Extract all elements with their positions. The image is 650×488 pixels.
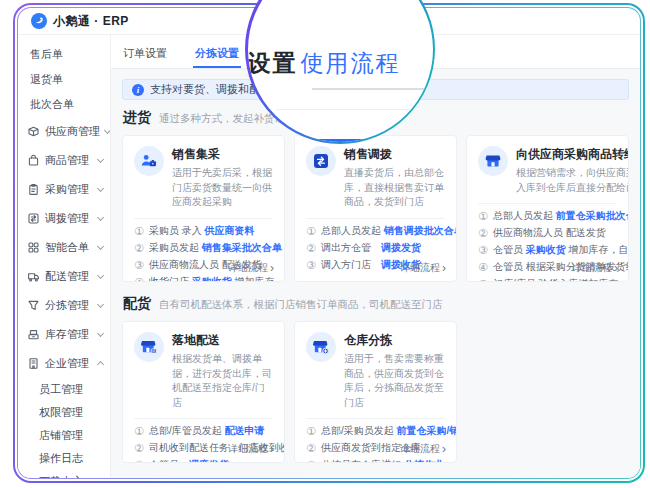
- sidebar-item-退货单[interactable]: 退货单: [18, 67, 110, 92]
- sidebar-subitem-label: 操作日志: [39, 452, 83, 464]
- card-header-text: 落地配送根据发货单、调拨单据，进行发货出库，司机配送至指定仓库/门店: [172, 332, 273, 410]
- step-text: 总部/采购员发起 前置仓采购/销售调拨批次合单: [321, 424, 457, 438]
- step-plain: 供应商物流人员 配送发货: [493, 227, 606, 238]
- sidebar-group-智能合单[interactable]: 智能合单: [18, 233, 110, 262]
- step-plain: 仓管员: [493, 244, 526, 255]
- process-step: ④收货门店 采购收货 增加库存: [134, 275, 273, 283]
- chevron-down-icon: [97, 330, 104, 337]
- supplier-icon: [27, 125, 40, 138]
- tab-订单设置[interactable]: 订单设置: [121, 35, 169, 68]
- card-description: 直播卖货后，由总部仓库，直接根据售卖订单商品，发货到门店: [344, 166, 445, 210]
- magnified-banner-edge: [276, 109, 433, 110]
- step-link[interactable]: 采购收货: [192, 276, 232, 283]
- step-number: ②: [306, 241, 316, 255]
- step-link[interactable]: 调度发货: [189, 459, 229, 463]
- detail-flow-link[interactable]: 详细流程›: [400, 442, 446, 456]
- card-header: 落地配送根据发货单、调拨单据，进行发货出库，司机配送至指定仓库/门店: [134, 332, 273, 410]
- step-plain: 调入方门店: [321, 259, 381, 270]
- sidebar-subitem-label: 员工管理: [39, 383, 83, 395]
- step-link[interactable]: 配送申请: [224, 425, 264, 436]
- step-number: ①: [478, 209, 488, 223]
- sidebar-group-库存管理[interactable]: 库存管理: [18, 320, 110, 349]
- step-link[interactable]: 调拨发货: [381, 242, 421, 253]
- process-card-销售调拨: 销售调拨直播卖货后，由总部仓库，直接根据售卖订单商品，发货到门店①总部人员发起 …: [294, 135, 457, 282]
- step-number: ③: [478, 243, 488, 257]
- card-divider: [134, 418, 273, 419]
- tab-分拣设置[interactable]: 分拣设置: [193, 35, 241, 68]
- people-icon: [134, 146, 164, 176]
- step-plain: 总部人员发起: [493, 210, 556, 221]
- step-plain: 采购员 录入: [149, 225, 205, 236]
- step-text: 收货门店 采购收货 增加库存: [149, 275, 275, 283]
- sidebar-group-label: 调拨管理: [45, 211, 93, 226]
- process-step: ③分拣员在仓库进行 分拣作业: [306, 458, 445, 463]
- process-card-落地配送: 落地配送根据发货单、调拨单据，进行发货出库，司机配送至指定仓库/门店①总部/库管…: [122, 321, 285, 463]
- app-title: 小鹅通 · ERP: [53, 13, 129, 30]
- sidebar-group-采购管理[interactable]: 采购管理: [18, 175, 110, 204]
- step-plain: 总部/库管员发起: [149, 425, 225, 436]
- card-header: 向供应商采购商品转给门店根据营销需求，向供应商采购，入库到仓库后直接分配给门店。: [478, 146, 617, 195]
- step-link[interactable]: 前置仓采购批次合单: [556, 210, 629, 221]
- sidebar-group-label: 商品管理: [45, 153, 93, 168]
- sidebar-group-企业管理[interactable]: 企业管理: [18, 349, 110, 378]
- process-step: ①采购员 录入 供应商资料: [134, 224, 273, 238]
- step-link[interactable]: 前置仓采购/销售调拨批次合单: [396, 425, 457, 436]
- sidebar-group-供应商管理[interactable]: 供应商管理: [18, 117, 110, 146]
- step-number: ②: [134, 441, 144, 455]
- detail-flow-link[interactable]: 详细流程›: [572, 261, 618, 275]
- sidebar-group-分拣管理[interactable]: 分拣管理: [18, 291, 110, 320]
- sidebar-group-商品管理[interactable]: 商品管理: [18, 146, 110, 175]
- warehouse-sort-icon: [306, 332, 336, 362]
- process-step: ②调出方仓管 调拨发货: [306, 241, 445, 255]
- sidebar-item-批次合单[interactable]: 批次合单: [18, 92, 110, 117]
- step-text: 总部人员发起 销售调拨批次合单: [321, 224, 457, 238]
- step-link[interactable]: 采购收货: [526, 244, 566, 255]
- chevron-right-icon: ›: [270, 444, 274, 454]
- detail-flow-link[interactable]: 详细流程›: [400, 261, 446, 275]
- card-description: 适用于先卖后采，根据门店卖货数量统一向供应商发起采购: [172, 166, 273, 210]
- sidebar-subitem-店铺管理[interactable]: 店铺管理: [18, 424, 110, 447]
- detail-flow-link[interactable]: 详细流程›: [228, 261, 274, 275]
- sidebar-subitem-权限管理[interactable]: 权限管理: [18, 401, 110, 424]
- chevron-down-icon: [97, 272, 104, 279]
- step-link[interactable]: 分拣作业: [404, 459, 444, 463]
- chevron-up-icon: [97, 361, 104, 368]
- step-text: 调出方仓管 调拨发货: [321, 241, 421, 255]
- sidebar-group-配送管理[interactable]: 配送管理: [18, 262, 110, 291]
- tab-label: 分拣设置: [195, 46, 239, 61]
- section-subtitle: 自有司机配送体系，根据门店销售订单商品，司机配送至门店: [159, 298, 443, 312]
- card-header-text: 销售集采适用于先卖后采，根据门店卖货数量统一向供应商发起采购: [172, 146, 273, 210]
- step-link[interactable]: 销售集采批次合单: [202, 242, 282, 253]
- step-number: ①: [134, 224, 144, 238]
- magnified-tab-usage-flow: 使用流程: [301, 48, 401, 79]
- step-plain: 增加库存，自动分货: [566, 244, 629, 255]
- step-plain: 调出方仓管: [321, 242, 381, 253]
- sidebar-item-售后单[interactable]: 售后单: [18, 42, 110, 67]
- detail-flow-label: 详细流程: [228, 261, 268, 275]
- transfer-box-icon: [306, 146, 336, 176]
- sidebar-subitem-label: 店铺管理: [39, 429, 83, 441]
- chevron-down-icon: [104, 127, 111, 134]
- chevron-down-icon: [97, 301, 104, 308]
- step-text: 总部/库管员发起 配送申请: [149, 424, 265, 438]
- magnified-tab-text: 设置: [248, 48, 298, 79]
- step-link[interactable]: 供应商资料: [204, 225, 254, 236]
- info-icon: i: [132, 84, 144, 96]
- section-title: 进货: [123, 109, 151, 127]
- step-plain: 总部人员发起: [321, 225, 384, 236]
- chevron-right-icon: ›: [270, 263, 274, 273]
- sidebar-subitem-操作日志[interactable]: 操作日志: [18, 447, 110, 470]
- sidebar-group-调拨管理[interactable]: 调拨管理: [18, 204, 110, 233]
- sidebar-subitem-员工管理[interactable]: 员工管理: [18, 378, 110, 401]
- sidebar-subitem-下载中心[interactable]: 下载中心: [18, 470, 110, 478]
- card-description: 适用于，售卖需要称重商品，供应商发货到仓库后，分拣商品发货至门店: [344, 352, 445, 410]
- step-plain: 增加库存: [232, 276, 275, 283]
- step-number: ②: [134, 241, 144, 255]
- delivery-store-icon: [134, 332, 164, 362]
- detail-flow-link[interactable]: 详细流程›: [228, 442, 274, 456]
- card-grid: 落地配送根据发货单、调拨单据，进行发货出库，司机配送至指定仓库/门店①总部/库管…: [122, 321, 629, 463]
- step-link[interactable]: 销售调拨批次合单: [384, 225, 457, 236]
- process-step: ②供应商物流人员 配送发货: [478, 226, 617, 240]
- step-number: ①: [306, 424, 316, 438]
- step-plain: 采购员发起: [149, 242, 202, 253]
